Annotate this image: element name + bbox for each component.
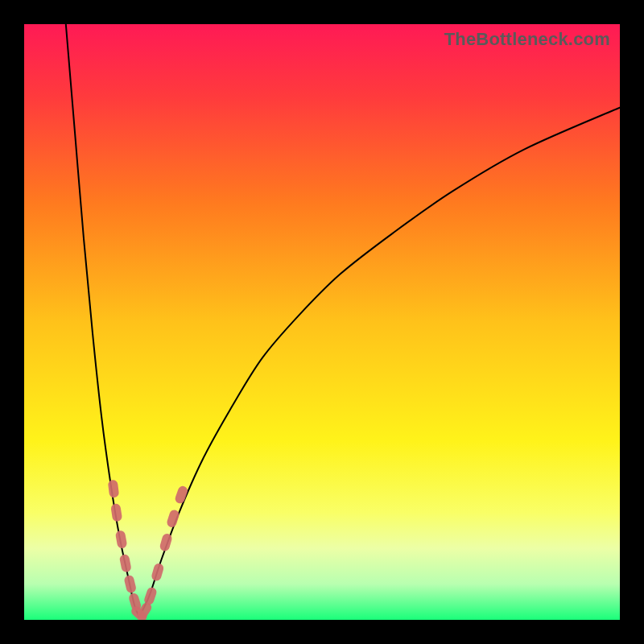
curve-right-branch xyxy=(139,108,620,617)
marker-cluster xyxy=(108,480,189,620)
marker-capsule xyxy=(108,480,120,498)
chart-frame: TheBottleneck.com xyxy=(0,0,644,644)
curve-overlay xyxy=(24,24,620,620)
marker-capsule xyxy=(151,563,165,582)
marker-capsule xyxy=(119,554,132,573)
curve-left-branch xyxy=(66,24,139,617)
marker-capsule xyxy=(123,574,137,593)
plot-area: TheBottleneck.com xyxy=(24,24,620,620)
watermark-text: TheBottleneck.com xyxy=(444,29,610,50)
marker-capsule xyxy=(166,509,180,529)
marker-capsule xyxy=(115,530,128,549)
marker-capsule xyxy=(110,503,122,522)
